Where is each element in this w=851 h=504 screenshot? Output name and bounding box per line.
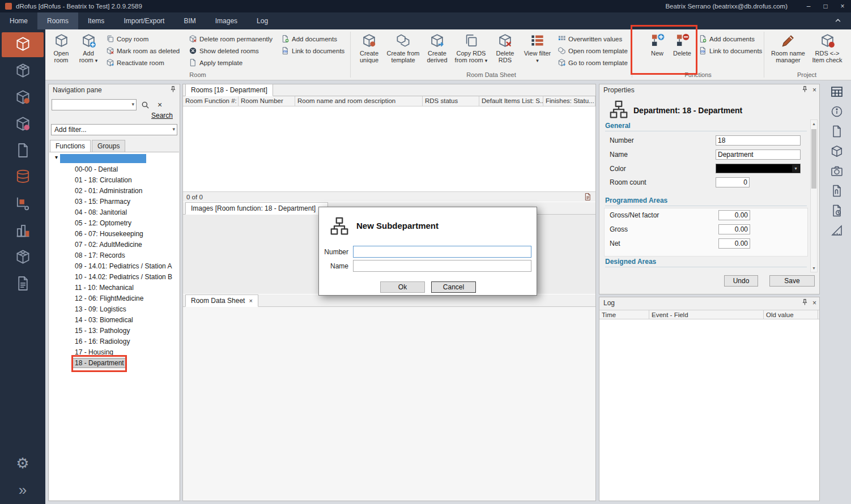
- mark-room-deleted-button[interactable]: Mark room as deleted: [106, 46, 181, 55]
- open-room-button[interactable]: Open room: [48, 31, 74, 63]
- close-panel-icon[interactable]: ×: [812, 300, 816, 306]
- name-input[interactable]: [353, 260, 531, 272]
- sidebar-item-logistics[interactable]: [2, 192, 44, 217]
- sidebar-expand[interactable]: »: [2, 477, 44, 502]
- tree-item-function[interactable]: 10 - 14.02: Pediatrics / Station B: [49, 272, 179, 283]
- search-link[interactable]: Search: [151, 112, 173, 119]
- tree-expand-icon[interactable]: ▾: [55, 154, 58, 160]
- clear-search-icon[interactable]: ×: [158, 100, 162, 109]
- sidebar-item-buildings[interactable]: [2, 219, 44, 244]
- tree-item-function[interactable]: 04 - 08: Janitorial: [49, 207, 179, 218]
- number-input[interactable]: [353, 246, 531, 258]
- name-field[interactable]: [716, 150, 801, 160]
- copy-room-button[interactable]: Copy room: [106, 35, 181, 43]
- log-grid-body[interactable]: [599, 319, 819, 501]
- functions-add-documents-button[interactable]: Add documents: [699, 35, 759, 43]
- reactivate-room-button[interactable]: Reactivate room: [106, 58, 181, 67]
- tree-item-function[interactable]: 05 - 12: Optometry: [49, 218, 179, 229]
- rooms-column-header[interactable]: Finishes: Statu...: [543, 96, 595, 106]
- tab-rooms[interactable]: Rooms: [37, 12, 78, 29]
- tree-item-function[interactable]: 15 - 13: Pathology: [49, 326, 179, 336]
- close-button[interactable]: ×: [834, 0, 851, 12]
- tree-item-function[interactable]: 06 - 07: Housekeeping: [49, 229, 179, 240]
- tab-images[interactable]: Images: [206, 12, 247, 29]
- rooms-column-header[interactable]: RDS status: [423, 96, 479, 106]
- cancel-button[interactable]: Cancel: [431, 281, 476, 293]
- book-icon[interactable]: [584, 193, 592, 201]
- delete-rds-button[interactable]: Delete RDS: [490, 31, 521, 63]
- tree-item-function[interactable]: 07 - 02: AdultMedicine: [49, 240, 179, 250]
- number-field[interactable]: [716, 135, 801, 146]
- tab-log[interactable]: Log: [247, 12, 278, 29]
- tab-functions[interactable]: Functions: [50, 140, 91, 152]
- sidebar-item-products[interactable]: [2, 112, 44, 137]
- document-panel-icon[interactable]: [830, 125, 844, 138]
- tab-bim[interactable]: BIM: [174, 12, 205, 29]
- tree-item-function[interactable]: 03 - 15: Pharmacy: [49, 197, 179, 207]
- pin-icon[interactable]: [169, 86, 177, 95]
- scrollbar-thumb[interactable]: [811, 129, 816, 189]
- tab-home[interactable]: Home: [0, 12, 37, 29]
- tree-root-selected[interactable]: [60, 154, 146, 163]
- images-tab[interactable]: Images [Room function: 18 - Department]▾: [185, 202, 328, 215]
- create-from-template-button[interactable]: Create from template: [386, 31, 420, 63]
- sidebar-item-room-list[interactable]: [2, 59, 44, 84]
- properties-scrollbar[interactable]: ▴ ▾: [810, 119, 818, 272]
- log-column-header[interactable]: Time: [599, 310, 649, 319]
- rds-item-check-button[interactable]: RDS <-> Item check: [809, 31, 846, 63]
- add-room-button[interactable]: Add room ▾: [75, 31, 101, 64]
- collapse-ribbon-icon[interactable]: [834, 12, 843, 29]
- tree-root[interactable]: ▾: [49, 152, 179, 164]
- tab-items[interactable]: Items: [78, 12, 114, 29]
- rooms-grid-body[interactable]: [183, 106, 595, 191]
- pin-icon[interactable]: [801, 298, 809, 307]
- show-deleted-rooms-button[interactable]: Show deleted rooms: [189, 46, 273, 55]
- open-room-template-button[interactable]: Open room template: [558, 46, 627, 55]
- gross-field[interactable]: [718, 224, 750, 234]
- search-icon[interactable]: [141, 101, 150, 109]
- attachment-panel-icon[interactable]: [830, 184, 844, 198]
- measure-panel-icon[interactable]: [830, 224, 844, 237]
- sidebar-item-rooms[interactable]: [2, 32, 44, 57]
- save-button[interactable]: Save: [769, 275, 815, 287]
- log-column-header[interactable]: Old value: [764, 310, 818, 319]
- model-panel-icon[interactable]: [830, 144, 844, 158]
- link-documents-button[interactable]: Link to documents: [281, 46, 342, 55]
- undo-button[interactable]: Undo: [724, 275, 758, 287]
- create-derived-button[interactable]: Create derived: [422, 31, 453, 63]
- sidebar-item-documents[interactable]: [2, 139, 44, 164]
- minimize-button[interactable]: –: [800, 0, 817, 12]
- rooms-column-header[interactable]: Room Function #:: [183, 96, 239, 106]
- close-panel-icon[interactable]: ×: [812, 87, 816, 93]
- room-data-sheet-tab[interactable]: Room Data Sheet×: [185, 294, 258, 307]
- tree-item-function[interactable]: 08 - 17: Records: [49, 250, 179, 261]
- add-documents-button[interactable]: Add documents: [281, 35, 342, 43]
- functions-link-documents-button[interactable]: Link to documents: [699, 46, 759, 55]
- sidebar-item-items[interactable]: [2, 86, 44, 110]
- tree-item-function[interactable]: 02 - 01: Administration: [49, 186, 179, 197]
- camera-panel-icon[interactable]: [830, 164, 844, 178]
- overwritten-values-button[interactable]: Overwritten values: [558, 35, 627, 43]
- tree-item-function[interactable]: 09 - 14.01: Pediatrics / Station A: [49, 261, 179, 272]
- goto-room-template-button[interactable]: Go to room template: [558, 58, 627, 67]
- pin-icon[interactable]: [801, 86, 809, 95]
- tree-item-function[interactable]: 13 - 09: Logistics: [49, 304, 179, 315]
- tree-item-function[interactable]: 00-00 - Dental: [49, 164, 179, 175]
- rooms-tab[interactable]: Rooms [18 - Department]: [185, 84, 273, 96]
- sidebar-item-packages[interactable]: [2, 245, 44, 270]
- room-name-manager-button[interactable]: Room name manager: [769, 31, 807, 63]
- copy-rds-button[interactable]: Copy RDS from room ▾: [454, 31, 488, 64]
- color-picker[interactable]: ▾: [716, 164, 801, 173]
- ok-button[interactable]: Ok: [380, 281, 425, 293]
- tab-import-export[interactable]: Import/Export: [114, 12, 174, 29]
- add-filter-dropdown[interactable]: Add filter... ▾: [51, 124, 177, 135]
- tree-item-function[interactable]: 14 - 03: Biomedical: [49, 315, 179, 326]
- sidebar-item-reports[interactable]: [2, 272, 44, 297]
- close-tab-icon[interactable]: ×: [249, 297, 252, 304]
- room-count-field[interactable]: [716, 177, 750, 187]
- view-filter-button[interactable]: View filter ▾: [522, 31, 553, 64]
- sidebar-settings[interactable]: ⚙: [2, 451, 44, 476]
- tree-item-function[interactable]: 16 - 16: Radiology: [49, 336, 179, 347]
- tree-item-function[interactable]: 11 - 10: Mechanical: [49, 283, 179, 293]
- log-column-header[interactable]: Event - Field: [649, 310, 764, 319]
